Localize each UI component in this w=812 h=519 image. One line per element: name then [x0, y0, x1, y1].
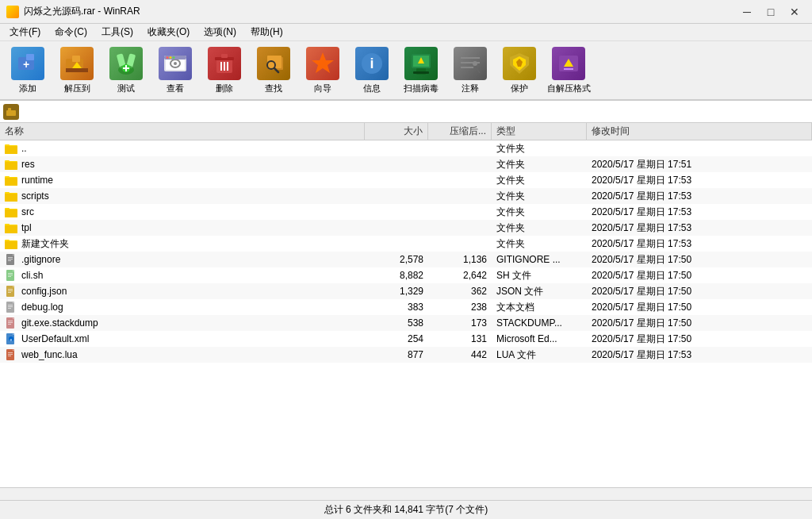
file-modified: 2020/5/17 星期日 17:50 — [587, 252, 812, 267]
table-row[interactable]: web_func.lua 877 442 LUA 文件 2020/5/17 星期… — [0, 347, 812, 363]
file-packed — [428, 236, 492, 252]
svg-rect-88 — [8, 292, 11, 293]
table-row[interactable]: src 文件夹 2020/5/17 星期日 17:53 — [0, 204, 812, 220]
file-modified: 2020/5/17 星期日 17:53 — [587, 188, 812, 204]
svg-text:i: i — [370, 56, 373, 71]
svg-text:e: e — [10, 337, 13, 342]
file-type: JSON 文件 — [492, 283, 587, 299]
test-icon — [109, 47, 143, 80]
address-bar — [0, 101, 812, 123]
file-type: 文件夹 — [492, 204, 587, 220]
table-row[interactable]: res 文件夹 2020/5/17 星期日 17:51 — [0, 156, 812, 172]
delete-icon — [208, 47, 241, 80]
toolbar-view-button[interactable]: 查看 — [152, 44, 198, 97]
col-header-modified[interactable]: 修改时间 — [587, 123, 812, 140]
file-name: web_func.lua — [21, 349, 78, 360]
minimize-button[interactable]: ─ — [736, 3, 758, 21]
file-name: UserDefault.xml — [21, 333, 89, 344]
toolbar-protect-button[interactable]: 保护 — [496, 44, 542, 97]
file-size — [365, 188, 428, 204]
file-name: git.exe.stackdump — [21, 317, 98, 329]
svg-rect-58 — [5, 162, 17, 170]
sfx-icon — [552, 47, 585, 80]
status-text: 总计 6 文件夹和 14,841 字节(7 个文件) — [324, 503, 488, 517]
close-button[interactable]: ✕ — [783, 3, 806, 21]
menu-tools[interactable]: 工具(S) — [95, 24, 140, 40]
toolbar-delete-button[interactable]: 删除 — [201, 44, 247, 97]
table-row[interactable]: runtime 文件夹 2020/5/17 星期日 17:53 — [0, 172, 812, 188]
file-packed: 2,642 — [428, 267, 492, 283]
file-packed — [428, 220, 492, 236]
file-icon — [5, 269, 17, 282]
table-row[interactable]: debug.log 383 238 文本文档 2020/5/17 星期日 17:… — [0, 299, 812, 315]
view-icon — [159, 47, 192, 80]
table-row[interactable]: .. 文件夹 — [0, 140, 812, 156]
table-row[interactable]: .gitignore 2,578 1,136 GITIGNORE ... 202… — [0, 252, 812, 267]
file-name-cell: src — [0, 204, 365, 220]
table-row[interactable]: e UserDefault.xml 254 131 Microsoft Ed..… — [0, 331, 812, 347]
toolbar-info-button[interactable]: i 信息 — [349, 44, 395, 97]
file-size: 8,882 — [365, 267, 428, 283]
toolbar-comment-button[interactable]: 注释 — [447, 44, 493, 97]
col-header-name[interactable]: 名称 — [0, 123, 365, 140]
svg-rect-92 — [8, 306, 13, 307]
menu-help[interactable]: 帮助(H) — [244, 24, 289, 40]
table-row[interactable]: cli.sh 8,882 2,642 SH 文件 2020/5/17 星期日 1… — [0, 267, 812, 283]
file-icon: e — [5, 333, 17, 345]
svg-rect-55 — [5, 146, 17, 154]
file-icon — [5, 285, 17, 298]
file-packed: 442 — [428, 347, 492, 363]
toolbar-add-button[interactable]: + 添加 — [5, 44, 51, 97]
file-size — [365, 236, 428, 252]
file-name: 新建文件夹 — [21, 237, 69, 251]
wizard-icon — [306, 47, 339, 80]
add-icon: + — [11, 47, 44, 80]
info-icon: i — [355, 47, 389, 80]
toolbar-test-button[interactable]: 测试 — [103, 44, 149, 97]
file-packed — [428, 204, 492, 220]
table-row[interactable]: scripts 文件夹 2020/5/17 星期日 17:53 — [0, 188, 812, 204]
col-header-size[interactable]: 大小 — [365, 123, 428, 140]
menu-favorites[interactable]: 收藏夹(O) — [141, 24, 196, 40]
file-name: scripts — [21, 190, 49, 202]
col-header-type[interactable]: 类型 — [492, 123, 587, 140]
svg-rect-107 — [8, 356, 11, 356]
file-type: 文件夹 — [492, 140, 587, 156]
file-name-cell: res — [0, 156, 365, 172]
file-name: tpl — [21, 222, 32, 233]
svg-rect-106 — [8, 354, 13, 355]
svg-line-42 — [475, 65, 480, 73]
file-modified: 2020/5/17 星期日 17:53 — [587, 204, 812, 220]
file-list[interactable]: .. 文件夹 res 文件夹 2020/5/17 星期日 17:51 — [0, 140, 812, 487]
toolbar-find-button[interactable]: 查找 — [251, 44, 297, 97]
table-row[interactable]: config.json 1,329 362 JSON 文件 2020/5/17 … — [0, 283, 812, 299]
file-size — [365, 204, 428, 220]
toolbar-scan-button[interactable]: 扫描病毒 — [398, 44, 444, 97]
toolbar-extract-button[interactable]: 解压到 — [54, 44, 100, 97]
maximize-button[interactable]: □ — [760, 3, 782, 21]
file-size: 877 — [365, 347, 428, 363]
toolbar-sfx-button[interactable]: 自解压格式 — [546, 44, 592, 97]
table-row[interactable]: 新建文件夹 文件夹 2020/5/17 星期日 17:53 — [0, 236, 812, 252]
horizontal-scrollbar[interactable] — [0, 487, 812, 500]
svg-rect-67 — [5, 210, 17, 217]
svg-rect-52 — [8, 108, 11, 111]
address-input[interactable] — [22, 104, 809, 120]
table-row[interactable]: tpl 文件夹 2020/5/17 星期日 17:53 — [0, 220, 812, 236]
file-name-cell: e UserDefault.xml — [0, 331, 365, 347]
menu-commands[interactable]: 命令(C) — [48, 24, 94, 40]
svg-rect-87 — [8, 290, 13, 291]
scan-icon — [404, 47, 438, 80]
toolbar-wizard-button[interactable]: 向导 — [300, 44, 346, 97]
file-modified — [587, 140, 812, 156]
view-label: 查看 — [167, 83, 184, 94]
svg-point-20 — [173, 56, 175, 59]
window-title: 闪烁之光源码.rar - WinRAR — [24, 5, 140, 18]
menu-file[interactable]: 文件(F) — [3, 24, 47, 40]
file-packed — [428, 156, 492, 172]
protect-label: 保护 — [511, 83, 528, 94]
col-header-packed[interactable]: 压缩后... — [428, 123, 492, 140]
menu-options[interactable]: 选项(N) — [197, 24, 243, 40]
table-row[interactable]: git.exe.stackdump 538 173 STACKDUMP... 2… — [0, 315, 812, 331]
file-modified: 2020/5/17 星期日 17:53 — [587, 220, 812, 236]
